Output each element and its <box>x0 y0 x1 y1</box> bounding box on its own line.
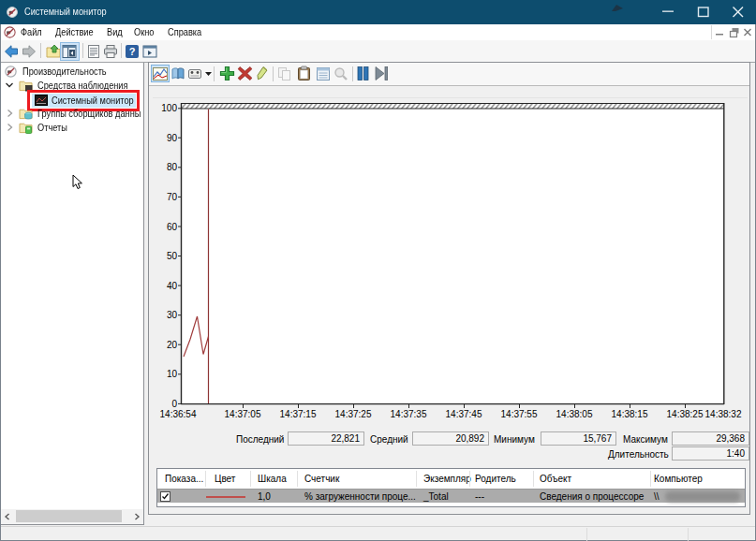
svg-text:14:37:05: 14:37:05 <box>225 409 261 419</box>
svg-text:30: 30 <box>167 310 178 320</box>
svg-text:90: 90 <box>167 133 178 143</box>
svg-text:14:37:35: 14:37:35 <box>391 409 427 419</box>
svg-text:14:37:55: 14:37:55 <box>501 409 538 419</box>
svg-text:?: ? <box>129 46 136 57</box>
svg-text:14:37:45: 14:37:45 <box>446 409 482 419</box>
svg-text:60: 60 <box>167 222 178 232</box>
svg-text:14:38:05: 14:38:05 <box>556 409 593 419</box>
svg-text:14:36:54: 14:36:54 <box>160 409 197 419</box>
svg-text:40: 40 <box>167 281 178 291</box>
svg-text:100: 100 <box>161 103 177 113</box>
svg-text:14:38:25: 14:38:25 <box>667 409 704 419</box>
svg-text:70: 70 <box>167 192 178 202</box>
svg-text:0: 0 <box>171 399 177 409</box>
svg-text:50: 50 <box>167 251 178 261</box>
svg-text:80: 80 <box>167 162 178 172</box>
svg-text:14:38:15: 14:38:15 <box>612 409 648 419</box>
svg-text:14:37:15: 14:37:15 <box>280 409 317 419</box>
svg-text:10: 10 <box>167 369 178 379</box>
svg-text:20: 20 <box>167 340 178 350</box>
svg-text:14:37:25: 14:37:25 <box>335 409 372 419</box>
svg-text:14:38:32: 14:38:32 <box>705 409 742 419</box>
